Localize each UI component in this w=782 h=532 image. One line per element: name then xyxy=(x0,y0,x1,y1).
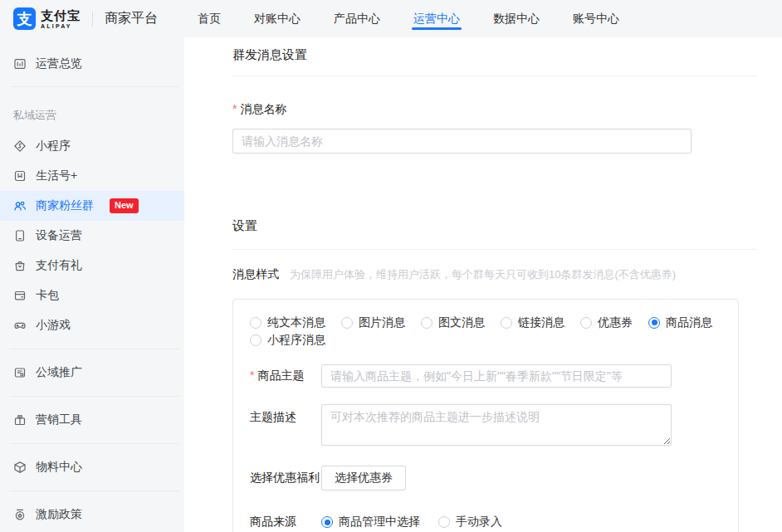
style-options-row-1: 纯文本消息 图片消息 图文消息 链接消息 优惠券 xyxy=(250,314,721,331)
sidebar-item-marketing-tools[interactable]: 营销工具 xyxy=(0,405,184,435)
miniprogram-icon xyxy=(13,139,27,153)
dashboard-icon xyxy=(13,57,27,71)
public-promotion-icon xyxy=(13,366,27,379)
theme-description-textarea[interactable] xyxy=(321,404,672,446)
product-source-options: 商品管理中选择 手动录入 xyxy=(321,515,502,530)
theme-description-label: 主题描述 xyxy=(250,404,321,425)
radio-from-product-management[interactable]: 商品管理中选择 xyxy=(321,515,420,530)
radio-label: 手动录入 xyxy=(456,515,502,530)
radio-coupon[interactable]: 优惠券 xyxy=(580,315,633,330)
radio-miniprogram-message[interactable]: 小程序消息 xyxy=(250,333,325,348)
radio-product-message[interactable]: 商品消息 xyxy=(648,315,712,330)
radio-label: 图文消息 xyxy=(438,315,485,330)
radio-circle xyxy=(438,516,450,528)
minigame-icon xyxy=(13,319,27,332)
product-theme-input[interactable] xyxy=(321,364,672,388)
brand-divider xyxy=(92,12,93,27)
required-asterisk: * xyxy=(232,102,237,115)
device-icon xyxy=(13,229,27,242)
nav-account-center[interactable]: 账号中心 xyxy=(571,0,621,37)
fans-group-icon xyxy=(13,199,27,212)
select-coupon-button[interactable]: 选择优惠券 xyxy=(321,466,406,491)
radio-circle xyxy=(501,317,512,329)
style-options-row-2: 小程序消息 xyxy=(250,331,721,349)
sidebar-item-label: 商家粉丝群 xyxy=(36,198,94,213)
radio-label: 纯文本消息 xyxy=(267,315,325,330)
radio-label: 链接消息 xyxy=(518,315,565,330)
main-content: 群发消息设置 *消息名称 设置 消息样式 为保障用户体验，维持用户活跃，每个群每… xyxy=(184,37,782,532)
radio-circle-checked xyxy=(321,516,333,528)
sidebar-item-merchant-fans-group[interactable]: 商家粉丝群 New xyxy=(0,191,184,221)
sidebar-item-label: 支付有礼 xyxy=(36,258,82,273)
sidebar-item-public-promotion[interactable]: 公域推广 xyxy=(0,358,184,388)
sidebar-item-miniprogram[interactable]: 小程序 xyxy=(0,131,184,161)
sidebar-item-operation-overview[interactable]: 运营总览 xyxy=(0,49,184,79)
sidebar-item-materials-center[interactable]: 物料中心 xyxy=(0,452,184,482)
brand-text: 支付宝 ALIPAY xyxy=(41,9,81,29)
marketing-tools-icon xyxy=(13,413,27,427)
nav-operation-center[interactable]: 运营中心 xyxy=(412,0,462,37)
product-source-label: 商品来源 xyxy=(250,515,321,530)
sidebar: 运营总览 私域运营 小程序 生活号+ 商家粉丝群 New 设备运营 支付有礼 xyxy=(0,37,184,532)
sidebar-item-label: 小游戏 xyxy=(36,318,71,333)
sidebar-item-device-operation[interactable]: 设备运营 xyxy=(0,221,184,251)
sidebar-divider xyxy=(10,396,179,397)
nav-product-center[interactable]: 产品中心 xyxy=(332,0,382,37)
radio-label: 优惠券 xyxy=(598,315,633,330)
sidebar-divider xyxy=(10,443,179,444)
topbar: 支 支付宝 ALIPAY 商家平台 首页 对账中心 产品中心 运营中心 数据中心… xyxy=(0,0,782,37)
sidebar-item-label: 生活号+ xyxy=(36,168,77,183)
nav-data-center[interactable]: 数据中心 xyxy=(491,0,541,37)
divider xyxy=(232,76,757,76)
nav-home[interactable]: 首页 xyxy=(196,0,222,37)
sidebar-item-label: 物料中心 xyxy=(36,460,82,475)
message-style-label: 消息样式 xyxy=(232,267,279,282)
sidebar-item-payment-gift[interactable]: 支付有礼 xyxy=(0,251,184,281)
message-name-input[interactable] xyxy=(232,129,692,154)
radio-plain-text-message[interactable]: 纯文本消息 xyxy=(250,315,325,330)
product-theme-label: *商品主题 xyxy=(250,368,321,383)
radio-label: 商品消息 xyxy=(666,315,712,330)
materials-center-icon xyxy=(13,461,27,474)
platform-title: 商家平台 xyxy=(105,10,158,27)
radio-circle xyxy=(250,317,261,329)
incentive-policy-icon xyxy=(13,508,27,521)
radio-link-message[interactable]: 链接消息 xyxy=(501,315,565,330)
nav-reconciliation-center[interactable]: 对账中心 xyxy=(252,0,302,37)
sidebar-item-label: 卡包 xyxy=(36,288,59,303)
sidebar-item-label: 营销工具 xyxy=(36,412,82,427)
brand-name-cn: 支付宝 xyxy=(41,9,81,22)
message-style-panel: 纯文本消息 图片消息 图文消息 链接消息 优惠券 xyxy=(232,299,739,532)
radio-circle xyxy=(341,317,353,329)
sidebar-item-life-account[interactable]: 生活号+ xyxy=(0,161,184,191)
divider xyxy=(232,249,757,250)
message-name-label: *消息名称 xyxy=(232,102,757,117)
sidebar-item-incentive-policy[interactable]: 激励政策 xyxy=(0,500,184,530)
sidebar-item-minigame[interactable]: 小游戏 xyxy=(0,310,184,340)
radio-circle xyxy=(580,317,592,329)
sidebar-divider xyxy=(10,491,179,491)
radio-label: 图片消息 xyxy=(359,315,405,330)
card-wallet-icon xyxy=(13,289,27,302)
sidebar-item-label: 公域推广 xyxy=(36,365,82,380)
sidebar-item-label: 激励政策 xyxy=(36,507,82,522)
radio-image-message[interactable]: 图片消息 xyxy=(341,315,405,330)
select-benefit-label: 选择优惠福利 xyxy=(250,471,321,486)
alipay-logo-glyph: 支 xyxy=(17,9,32,29)
required-asterisk: * xyxy=(250,368,254,382)
alipay-logo-icon[interactable]: 支 xyxy=(13,7,36,30)
sidebar-section-private-operation: 私域运营 xyxy=(0,95,184,131)
sidebar-item-label: 运营总览 xyxy=(36,56,82,71)
radio-manual-entry[interactable]: 手动录入 xyxy=(438,515,502,530)
page-title: 群发消息设置 xyxy=(232,47,757,63)
new-badge: New xyxy=(110,198,139,213)
radio-image-text-message[interactable]: 图文消息 xyxy=(421,315,485,330)
sidebar-item-label: 小程序 xyxy=(36,139,71,154)
sidebar-item-card-package[interactable]: 卡包 xyxy=(0,281,184,310)
radio-circle xyxy=(421,317,433,329)
brand-name-en: ALIPAY xyxy=(41,23,81,29)
sidebar-divider xyxy=(10,349,179,349)
payment-gift-icon xyxy=(13,259,27,272)
radio-circle-checked xyxy=(648,317,660,329)
top-navigation: 首页 对账中心 产品中心 运营中心 数据中心 账号中心 xyxy=(196,0,621,37)
